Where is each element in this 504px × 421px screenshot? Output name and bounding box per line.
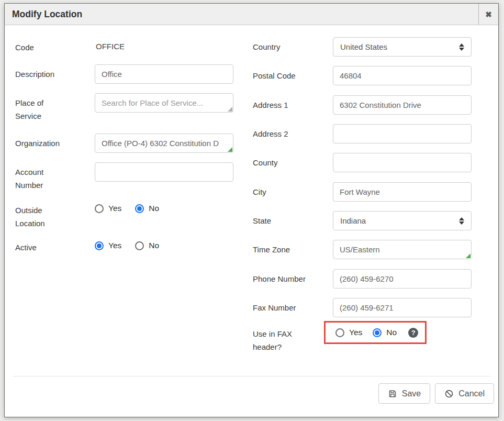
- code-value: OFFICE: [95, 38, 125, 52]
- county-label: County: [253, 153, 316, 169]
- field-row-address1: Address 1: [253, 95, 472, 115]
- radio-unchecked-icon[interactable]: [335, 328, 344, 337]
- radio-yes-label: Yes: [108, 204, 121, 213]
- help-question-icon[interactable]: ?: [408, 328, 418, 338]
- close-icon: ✖: [485, 10, 492, 18]
- organization-label: Organization: [15, 134, 68, 150]
- field-row-fax-number: Fax Number: [253, 298, 472, 317]
- field-row-account-number: Account Number: [15, 162, 233, 192]
- city-input[interactable]: [333, 182, 472, 202]
- use-in-fax-header-no-radio[interactable]: No: [373, 328, 397, 337]
- address1-input[interactable]: [333, 95, 472, 115]
- field-row-description: Description: [15, 64, 233, 84]
- modify-location-dialog: Modify Location ✖ Code OFFICE Descriptio…: [4, 3, 499, 417]
- save-button-label: Save: [402, 389, 421, 398]
- time-zone-label: Time Zone: [253, 240, 316, 256]
- field-row-use-in-fax-header: Use in FAX header? Yes No ?: [253, 326, 427, 353]
- country-select[interactable]: United States: [333, 37, 472, 57]
- postal-code-input[interactable]: [333, 66, 472, 85]
- field-row-state: State Indiana: [253, 211, 472, 230]
- radio-yes-label: Yes: [108, 241, 121, 250]
- time-zone-combo: [333, 240, 472, 259]
- field-row-address2: Address 2: [253, 124, 472, 143]
- field-row-county: County: [253, 153, 472, 172]
- radio-unchecked-icon[interactable]: [135, 241, 144, 250]
- outside-location-label: Outside Location: [15, 204, 68, 230]
- phone-number-label: Phone Number: [253, 269, 316, 285]
- address1-label: Address 1: [253, 95, 316, 112]
- outside-location-yes-radio[interactable]: Yes: [95, 204, 121, 213]
- cancel-button-label: Cancel: [458, 389, 485, 398]
- radio-no-label: No: [149, 241, 159, 250]
- radio-checked-icon[interactable]: [135, 204, 144, 213]
- close-button[interactable]: ✖: [478, 4, 498, 25]
- radio-checked-icon[interactable]: [95, 241, 104, 250]
- time-zone-input[interactable]: [333, 240, 471, 259]
- place-of-service-combo: [95, 93, 233, 113]
- use-in-fax-header-label: Use in FAX header?: [253, 326, 316, 353]
- postal-code-label: Postal Code: [253, 66, 316, 82]
- state-select[interactable]: Indiana: [333, 211, 472, 230]
- field-row-country: Country United States: [253, 37, 472, 57]
- outside-location-radio-group: Yes No: [95, 204, 159, 213]
- footer-divider: [13, 376, 490, 376]
- use-in-fax-header-radio-group: Yes No: [335, 328, 397, 337]
- place-of-service-input[interactable]: [95, 94, 233, 112]
- state-value: Indiana: [340, 216, 366, 225]
- select-arrows-icon: [459, 43, 464, 51]
- save-button[interactable]: Save: [378, 383, 430, 404]
- address2-label: Address 2: [253, 124, 316, 140]
- use-in-fax-header-yes-radio[interactable]: Yes: [335, 328, 362, 337]
- field-row-place-of-service: Place of Service: [15, 93, 233, 123]
- radio-no-label: No: [386, 328, 397, 337]
- dialog-title: Modify Location: [5, 9, 82, 20]
- field-row-organization: Organization: [15, 134, 233, 153]
- field-row-active: Active Yes No: [15, 241, 159, 254]
- active-label: Active: [15, 241, 68, 254]
- organization-input[interactable]: [95, 134, 233, 152]
- code-label: Code: [15, 38, 68, 54]
- city-label: City: [253, 182, 316, 198]
- fax-number-label: Fax Number: [253, 298, 316, 314]
- country-label: Country: [253, 37, 316, 53]
- active-no-radio[interactable]: No: [135, 241, 159, 250]
- radio-checked-icon[interactable]: [373, 328, 382, 337]
- radio-no-label: No: [149, 204, 159, 213]
- cancel-button[interactable]: Cancel: [435, 383, 494, 404]
- save-floppy-icon: [388, 389, 397, 398]
- field-row-phone-number: Phone Number: [253, 269, 472, 289]
- account-number-label: Account Number: [15, 162, 68, 192]
- place-of-service-label: Place of Service: [15, 93, 68, 123]
- description-input[interactable]: [95, 64, 233, 84]
- country-value: United States: [340, 42, 387, 51]
- field-row-time-zone: Time Zone: [253, 240, 472, 259]
- highlight-red-box: Yes No ?: [324, 321, 427, 344]
- phone-number-input[interactable]: [333, 269, 472, 289]
- fax-number-input[interactable]: [333, 298, 472, 317]
- field-row-outside-location: Outside Location Yes No: [15, 204, 159, 230]
- organization-combo: [95, 134, 233, 153]
- dialog-header: Modify Location ✖: [5, 4, 498, 25]
- county-input[interactable]: [333, 153, 472, 172]
- active-yes-radio[interactable]: Yes: [95, 241, 121, 250]
- active-radio-group: Yes No: [95, 241, 159, 250]
- description-label: Description: [15, 64, 68, 81]
- radio-unchecked-icon[interactable]: [95, 204, 104, 213]
- footer-buttons: Save Cancel: [378, 383, 494, 404]
- address2-input[interactable]: [333, 124, 472, 143]
- account-number-input[interactable]: [95, 162, 233, 182]
- field-row-code: Code OFFICE: [15, 38, 125, 54]
- outside-location-no-radio[interactable]: No: [135, 204, 159, 213]
- field-row-postal-code: Postal Code: [253, 66, 472, 85]
- state-label: State: [253, 211, 316, 227]
- field-row-city: City: [253, 182, 472, 202]
- select-arrows-icon: [459, 217, 464, 225]
- radio-yes-label: Yes: [349, 328, 362, 337]
- cancel-ban-icon: [444, 389, 454, 398]
